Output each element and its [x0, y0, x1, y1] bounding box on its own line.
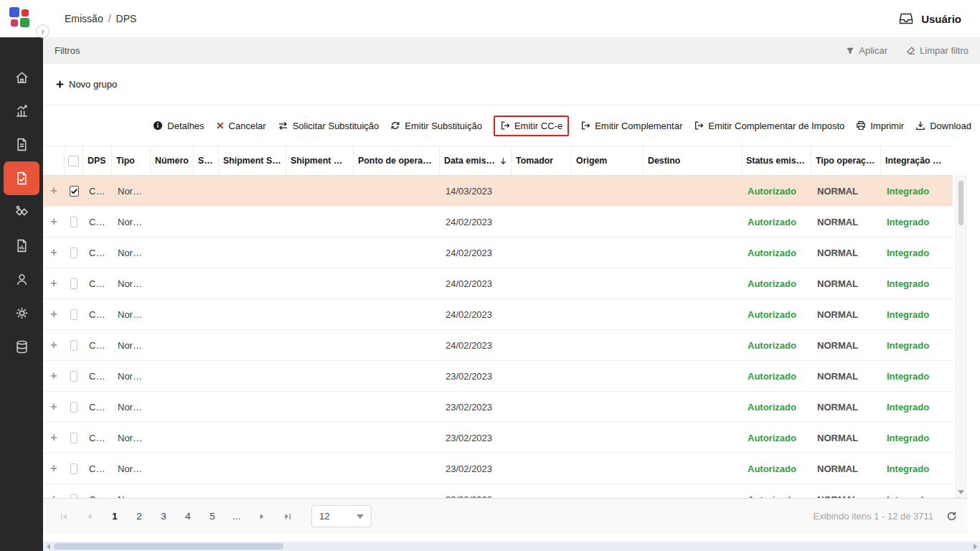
row-checkbox[interactable] [70, 248, 77, 258]
toolbar-emitir-complementar-de-imposto-button[interactable]: Emitir Complementar de Imposto [694, 121, 844, 131]
column-header-tomador[interactable]: Tomador [512, 146, 572, 175]
new-group-button[interactable]: Novo grupo [56, 79, 117, 90]
apply-filter-button[interactable]: Aplicar [846, 45, 887, 56]
sidebar-item-users[interactable] [0, 263, 43, 296]
column-header-ponto-de-operacao[interactable]: Ponto de operação [354, 146, 440, 175]
column-header-data-emissao[interactable]: Data emissão [440, 146, 512, 175]
column-header-serie[interactable]: Série [194, 146, 219, 175]
row-checkbox[interactable] [70, 433, 77, 443]
row-checkbox-cell [65, 217, 83, 227]
column-header-shipment-sell[interactable]: Shipment Sell [219, 146, 286, 175]
column-header-integracao-otm[interactable]: Integração OTM [881, 146, 953, 175]
row-checkbox[interactable] [70, 463, 77, 474]
column-header-dps[interactable]: DPS [83, 146, 112, 175]
caret-down-icon [357, 514, 364, 519]
sidebar-item-home[interactable] [0, 60, 43, 94]
toolbar-solicitar-substituicao-button[interactable]: Solicitar Substituição [278, 121, 380, 131]
page-button-1[interactable]: 1 [105, 506, 125, 527]
page-button-5[interactable]: 5 [202, 506, 222, 527]
inbox-tray-icon[interactable] [898, 11, 914, 26]
user-menu[interactable]: Usuário [921, 13, 961, 25]
row-expand-button[interactable]: + [43, 308, 65, 321]
vertical-scrollbar-thumb[interactable] [958, 181, 963, 225]
last-page-button[interactable] [277, 506, 298, 527]
partners-icon [14, 204, 29, 220]
more-pages-button[interactable]: ... [227, 506, 247, 527]
column-header-shipment-buy[interactable]: Shipment Buy [286, 146, 354, 175]
row-checkbox[interactable] [70, 186, 79, 197]
row-expand-button[interactable]: + [43, 277, 65, 290]
cell-dps: CT-e [83, 371, 112, 382]
horizontal-scrollbar-thumb[interactable] [54, 543, 283, 550]
column-header-numero[interactable]: Número [151, 146, 194, 175]
row-checkbox[interactable] [70, 309, 77, 320]
column-header-origem[interactable]: Origem [572, 146, 644, 175]
table-row[interactable]: +CT-eNormal24/02/2023AutorizadoNORMALInt… [43, 330, 953, 361]
toolbar-download-button[interactable]: Download [915, 121, 971, 131]
row-expand-button[interactable]: + [43, 184, 65, 197]
scroll-right-arrow[interactable] [970, 544, 980, 550]
table-row[interactable]: +CT-eNormal23/02/2023AutorizadoNORMALInt… [43, 361, 953, 392]
sidebar-item-settings[interactable] [0, 296, 43, 330]
toolbar-emitir-substituicao-button[interactable]: Emitir Substituição [390, 121, 482, 131]
column-header-tipo[interactable]: Tipo [112, 146, 151, 175]
page-button-2[interactable]: 2 [129, 506, 149, 527]
sidebar-item-emission[interactable] [4, 161, 39, 195]
toolbar-emitir-cc-e-button[interactable]: Emitir CC-e [494, 116, 569, 136]
row-expand-button[interactable]: + [43, 400, 65, 413]
first-page-button[interactable] [53, 506, 75, 527]
select-all-checkbox[interactable] [68, 156, 79, 166]
sidebar-item-reports[interactable] [0, 229, 43, 263]
row-expand-button[interactable]: + [43, 369, 65, 382]
table-row[interactable]: +CT-eNormal24/02/2023AutorizadoNORMALInt… [43, 299, 953, 330]
sidebar-item-documents[interactable] [0, 128, 43, 161]
table-row[interactable]: +CT-eNormal23/02/2023AutorizadoNORMALInt… [43, 453, 953, 484]
table-row[interactable]: +CT-eNormal24/02/2023AutorizadoNORMALInt… [43, 237, 953, 268]
funnel-icon [846, 47, 854, 55]
breadcrumb-section[interactable]: Emissão [65, 13, 103, 24]
toolbar-imprimir-button[interactable]: Imprimir [856, 121, 904, 131]
previous-page-button[interactable] [79, 506, 100, 527]
sidebar-item-analytics[interactable] [0, 94, 43, 128]
row-checkbox[interactable] [70, 340, 77, 351]
toolbar-detalhes-button[interactable]: Detalhes [153, 121, 204, 131]
row-expand-button[interactable]: + [43, 215, 65, 228]
row-expand-button[interactable]: + [43, 462, 65, 475]
table-row[interactable]: +CT-eNormal24/02/2023AutorizadoNORMALInt… [43, 268, 953, 299]
table-body: +CT-eNormal14/03/2023AutorizadoNORMALInt… [43, 176, 953, 498]
row-checkbox[interactable] [70, 371, 77, 382]
document-icon [14, 137, 29, 152]
horizontal-scrollbar[interactable] [43, 542, 980, 551]
sidebar-item-data[interactable] [0, 330, 43, 364]
clear-filter-button[interactable]: Limpar filtro [906, 45, 969, 56]
toolbar-cancelar-button[interactable]: Cancelar [216, 121, 266, 131]
page-size-select[interactable]: 12 [311, 505, 372, 527]
table-row[interactable]: +CT-eNormal24/02/2023AutorizadoNORMALInt… [43, 207, 953, 237]
refresh-button[interactable] [946, 511, 957, 522]
page-button-4[interactable]: 4 [178, 506, 198, 527]
row-checkbox[interactable] [70, 402, 77, 413]
vertical-scrollbar[interactable] [956, 176, 966, 498]
table-row[interactable]: +CT-eNormal23/02/2023AutorizadoNORMALInt… [43, 484, 953, 498]
table-row[interactable]: +CT-eNormal14/03/2023AutorizadoNORMALInt… [43, 176, 953, 207]
table-row[interactable]: +CT-eNormal23/02/2023AutorizadoNORMALInt… [43, 392, 953, 423]
row-expand-button[interactable]: + [43, 431, 65, 444]
column-header-destino[interactable]: Destino [644, 146, 742, 175]
actions-toolbar: DetalhesCancelarSolicitar SubstituiçãoEm… [43, 105, 980, 146]
column-header-status-emissao[interactable]: Status emissão [742, 146, 811, 175]
table-row[interactable]: +CT-eNormal23/02/2023AutorizadoNORMALInt… [43, 423, 953, 453]
page-button-3[interactable]: 3 [154, 506, 174, 527]
next-page-button[interactable] [251, 506, 273, 527]
logo-square-magenta [11, 19, 18, 27]
scroll-down-arrow[interactable] [956, 490, 966, 494]
sidebar-toggle-button[interactable]: › [36, 24, 50, 38]
toolbar-emitir-complementar-button[interactable]: Emitir Complementar [580, 121, 682, 131]
column-header-tipo-operacao[interactable]: Tipo operação [811, 146, 881, 175]
row-checkbox[interactable] [70, 278, 77, 289]
row-checkbox[interactable] [70, 217, 77, 227]
scroll-left-arrow[interactable] [43, 544, 53, 550]
row-expand-button[interactable]: + [43, 493, 65, 498]
sidebar-item-partners[interactable] [0, 195, 43, 229]
row-expand-button[interactable]: + [43, 339, 65, 352]
row-expand-button[interactable]: + [43, 246, 65, 259]
